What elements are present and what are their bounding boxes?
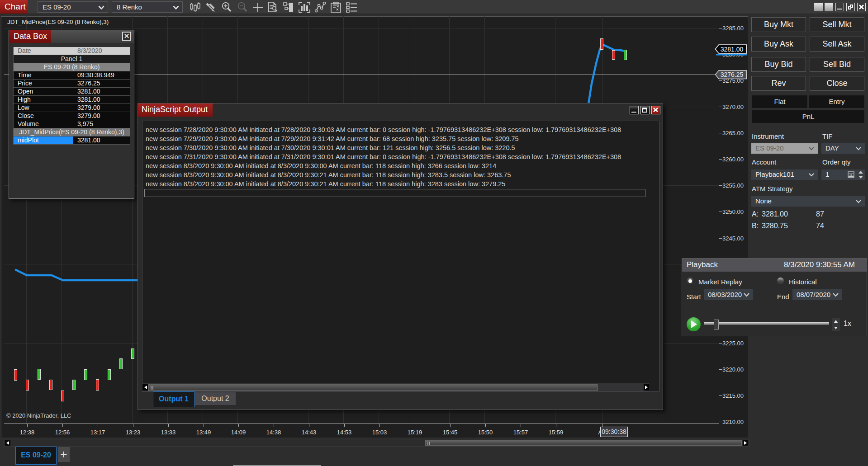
svg-text:3276.25: 3276.25 (721, 71, 744, 78)
svg-text:3281.00: 3281.00 (721, 46, 744, 53)
